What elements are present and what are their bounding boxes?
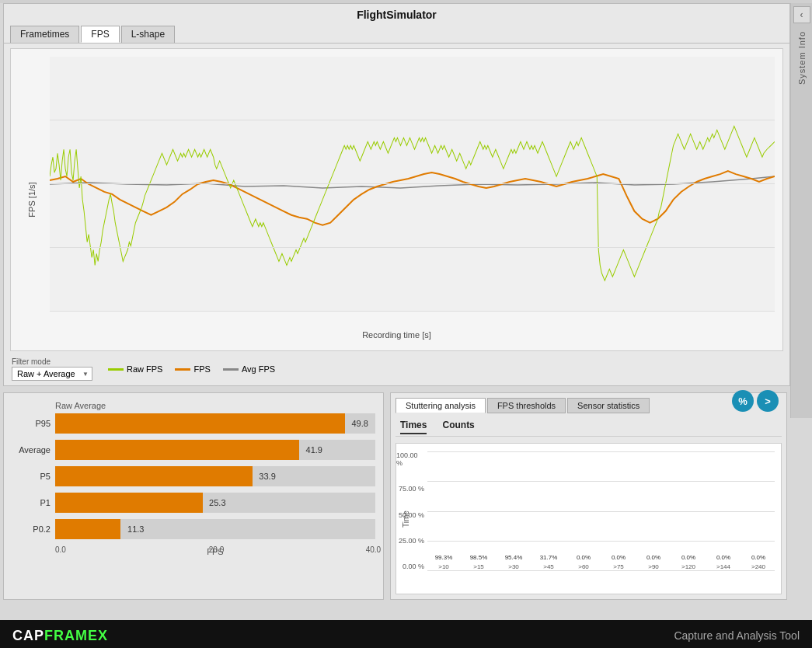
y-gridline-0	[50, 311, 775, 312]
analysis-tabs: Stuttering analysis FPS thresholds Senso…	[396, 398, 782, 413]
tab-fps-thresholds[interactable]: FPS thresholds	[487, 398, 566, 413]
bar-row-p02: P0.2 11.3	[12, 519, 375, 539]
tab-fps[interactable]: FPS	[81, 26, 119, 43]
analysis-content: Times Counts % >	[396, 418, 782, 437]
bar-track-p5: 33.9	[55, 466, 375, 486]
hist-bar-144: 0.0% >144	[707, 554, 740, 570]
bar-value-p5: 33.9	[259, 472, 275, 481]
analysis-panel-inner: Stuttering analysis FPS thresholds Senso…	[396, 398, 782, 594]
legend-avg-fps: Avg FPS	[223, 364, 275, 374]
right-panel: ‹ System Info	[790, 3, 812, 418]
hist-y-axis: 100.00 % 75.00 % 50.00 % 25.00 % 0.00 %	[396, 451, 427, 570]
raw-avg-label: Raw Average	[55, 401, 375, 410]
bar-row-avg: Average 41.9	[12, 440, 375, 460]
stats-panel: Raw Average P95 49.8 Average 41.9	[3, 392, 384, 600]
bar-track-p95: 49.8	[55, 413, 375, 434]
tab-lshape[interactable]: L-shape	[121, 26, 175, 43]
bar-row-p95: P95 49.8	[12, 413, 375, 434]
legend: Raw FPS FPS Avg FPS	[108, 364, 275, 374]
hist-bar-60: 0.0% >60	[567, 554, 600, 570]
hist-bar-75: 0.0% >75	[602, 554, 635, 570]
legend-avg-fps-label: Avg FPS	[242, 364, 275, 374]
hist-bar-30: 95.4% >30	[497, 554, 530, 570]
x-tick-40: 40.0	[366, 545, 381, 554]
logo-cap: CAP	[12, 628, 44, 643]
page-title: FlightSimulator	[4, 4, 789, 24]
tab-frametimes[interactable]: Frametimes	[10, 26, 79, 43]
hist-bar-10: 99.3% >10	[427, 554, 460, 570]
logo: CAPFRAMEX	[12, 628, 108, 644]
fps-chart-svg	[50, 57, 775, 312]
next-button[interactable]: >	[757, 390, 779, 412]
y-tick-100: 100.00 %	[396, 451, 424, 467]
hist-bar-90: 0.0% >90	[637, 554, 670, 570]
bar-fill-p5: 33.9	[55, 466, 253, 486]
legend-fps-label: FPS	[193, 364, 210, 374]
bar-value-avg: 41.9	[306, 445, 322, 455]
bar-value-p95: 49.8	[351, 419, 368, 428]
bar-track-p02: 11.3	[55, 519, 375, 539]
main-container: FlightSimulator Frametimes FPS L-shape F…	[0, 3, 812, 648]
bar-label-p95: P95	[12, 419, 51, 428]
bar-row-p5: P5 33.9	[12, 466, 375, 486]
collapse-button[interactable]: ‹	[793, 6, 810, 23]
bar-fill-p95: 49.8	[55, 413, 345, 434]
footer: CAPFRAMEX Capture and Analysis Tool	[0, 620, 812, 648]
y-tick-25: 25.00 %	[399, 537, 424, 545]
bar-fill-avg: 41.9	[55, 440, 299, 460]
bar-fill-p02: 11.3	[55, 519, 120, 539]
tabs-bar: Frametimes FPS L-shape	[4, 24, 789, 44]
sub-tabs: Times Counts	[396, 418, 782, 437]
y-tick-75: 75.00 %	[399, 485, 424, 493]
filter-row: Filter mode Raw + Average Raw Average Ra…	[4, 354, 789, 385]
hist-y-label: Time	[402, 510, 410, 528]
action-buttons: % >	[732, 390, 779, 412]
bar-row-p1: P1 25.3	[12, 493, 375, 513]
logo-rest: FRAMEX	[44, 628, 108, 643]
system-info-label: System Info	[797, 31, 807, 85]
percent-button[interactable]: %	[732, 390, 754, 412]
bottom-section: Raw Average P95 49.8 Average 41.9	[0, 389, 790, 603]
legend-fps: FPS	[175, 364, 210, 374]
y-gridline-25	[50, 247, 775, 248]
bar-track-avg: 41.9	[55, 440, 375, 460]
bar-label-p02: P0.2	[12, 524, 51, 534]
bar-value-p02: 11.3	[127, 524, 144, 534]
legend-avg-fps-color	[223, 368, 239, 371]
bar-label-p5: P5	[12, 472, 51, 481]
hist-inner: 99.3% >10 98.5% >15 95.4%	[427, 451, 775, 570]
chart-inner: 0 20 40 60 80 0 10 20 30 40 50 60 70 80	[50, 57, 775, 312]
tab-sensor-statistics[interactable]: Sensor statistics	[567, 398, 650, 413]
hist-bar-120: 0.0% >120	[672, 554, 705, 570]
filter-select-wrap[interactable]: Raw + Average Raw Average	[12, 366, 92, 381]
legend-raw-fps: Raw FPS	[108, 364, 162, 374]
histogram-area: 100.00 % 75.00 % 50.00 % 25.00 % 0.00 % …	[396, 443, 782, 594]
filter-select[interactable]: Raw + Average Raw Average	[12, 367, 92, 381]
legend-raw-fps-color	[108, 368, 124, 371]
legend-raw-fps-label: Raw FPS	[127, 364, 162, 374]
bar-fill-p1: 25.3	[55, 493, 203, 513]
fps-chart-area: FPS [1/s] 0 20 40 60 80 0 10 20 30 40 50	[10, 48, 783, 351]
tab-stuttering-analysis[interactable]: Stuttering analysis	[396, 398, 486, 413]
y-gridline-50	[50, 183, 775, 184]
x-tick-0: 0.0	[55, 545, 66, 554]
sub-tab-times[interactable]: Times	[400, 420, 427, 434]
bar-track-p1: 25.3	[55, 493, 375, 513]
hist-bar-45: 31.7% >45	[532, 554, 565, 570]
y-axis-label: FPS [1/s]	[27, 182, 37, 217]
hist-bar-15: 98.5% >15	[462, 554, 495, 570]
bar-label-p1: P1	[12, 498, 51, 507]
bar-label-avg: Average	[12, 445, 51, 455]
x-tick-20: 20.0	[209, 545, 224, 554]
top-section: FlightSimulator Frametimes FPS L-shape F…	[3, 3, 790, 386]
legend-fps-color	[175, 368, 190, 371]
y-gridline-75	[50, 120, 775, 120]
y-tick-0: 0.00 %	[403, 563, 424, 570]
x-axis-label: Recording time [s]	[362, 330, 431, 340]
tagline: Capture and Analysis Tool	[674, 629, 800, 642]
filter-mode-label: Filter mode	[12, 357, 92, 366]
bar-value-p1: 25.3	[209, 498, 225, 507]
hist-bar-240: 0.0% >240	[742, 554, 775, 570]
analysis-panel: Stuttering analysis FPS thresholds Senso…	[390, 392, 787, 600]
sub-tab-counts[interactable]: Counts	[442, 420, 474, 434]
